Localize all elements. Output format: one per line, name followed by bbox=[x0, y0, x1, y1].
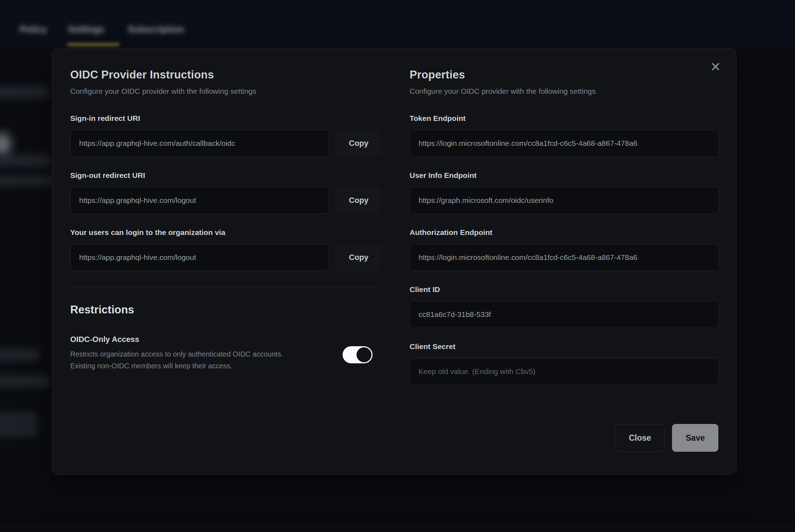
copy-sign-out-uri-button[interactable]: Copy bbox=[335, 187, 382, 214]
sign-in-redirect-uri-label: Sign-in redirect URI bbox=[70, 113, 382, 123]
sign-out-redirect-uri-label: Sign-out redirect URI bbox=[70, 170, 382, 180]
token-endpoint-input[interactable] bbox=[410, 130, 719, 157]
oidc-only-access-description: Restricts organization access to only au… bbox=[70, 348, 332, 372]
oidc-only-access-row: OIDC-Only Access Restricts organization … bbox=[70, 335, 382, 372]
client-id-input[interactable] bbox=[410, 301, 719, 328]
client-id-label: Client ID bbox=[410, 285, 719, 295]
user-info-endpoint-label: User Info Endpoint bbox=[410, 170, 719, 180]
tab-settings[interactable]: Settings bbox=[68, 21, 104, 38]
instructions-column: OIDC Provider Instructions Configure you… bbox=[70, 68, 382, 372]
close-button[interactable]: Close bbox=[615, 424, 665, 452]
restrictions-divider bbox=[70, 287, 382, 288]
save-button[interactable]: Save bbox=[672, 424, 718, 452]
copy-sign-in-uri-button[interactable]: Copy bbox=[335, 130, 382, 157]
instructions-subtitle: Configure your OIDC provider with the fo… bbox=[70, 87, 382, 96]
authorization-endpoint-input[interactable] bbox=[410, 244, 719, 271]
properties-column: Properties Configure your OIDC provider … bbox=[410, 68, 719, 385]
blurred-background-text bbox=[0, 375, 50, 387]
page-header-strip bbox=[0, 0, 795, 47]
toggle-knob bbox=[357, 347, 371, 362]
blurred-background-text bbox=[0, 86, 50, 98]
blurred-background-text bbox=[0, 349, 39, 361]
description-line-1: Restricts organization access to only au… bbox=[70, 348, 332, 360]
client-secret-input[interactable] bbox=[410, 358, 719, 385]
oidc-only-access-label: OIDC-Only Access bbox=[70, 335, 332, 344]
organization-login-uri-label: Your users can login to the organization… bbox=[70, 227, 382, 237]
sign-in-redirect-uri-input[interactable] bbox=[70, 130, 329, 157]
blurred-background-button bbox=[0, 412, 37, 437]
screen: Policy Settings Subscription ✕ OIDC Prov… bbox=[0, 0, 795, 532]
blurred-background-text bbox=[0, 175, 55, 186]
column-divider bbox=[394, 56, 395, 468]
client-secret-label: Client Secret bbox=[410, 342, 719, 352]
page-bottom-band bbox=[0, 513, 795, 525]
copy-login-uri-button[interactable]: Copy bbox=[335, 244, 382, 271]
instructions-title: OIDC Provider Instructions bbox=[70, 68, 382, 81]
token-endpoint-label: Token Endpoint bbox=[410, 113, 719, 123]
description-line-2: Existing non-OIDC members will keep thei… bbox=[70, 360, 332, 372]
properties-subtitle: Configure your OIDC provider with the fo… bbox=[410, 87, 719, 96]
authorization-endpoint-label: Authorization Endpoint bbox=[410, 227, 719, 237]
tab-subscription[interactable]: Subscription bbox=[128, 21, 184, 38]
oidc-only-access-toggle[interactable] bbox=[343, 346, 373, 363]
blurred-background-text bbox=[0, 154, 52, 167]
blurred-background-glow bbox=[0, 133, 11, 155]
sign-out-redirect-uri-input[interactable] bbox=[70, 187, 329, 214]
active-tab-underline bbox=[67, 43, 120, 46]
dialog-actions: Close Save bbox=[615, 424, 718, 452]
tab-policy[interactable]: Policy bbox=[20, 21, 47, 38]
organization-login-uri-input[interactable] bbox=[70, 244, 329, 271]
properties-title: Properties bbox=[410, 68, 719, 81]
restrictions-title: Restrictions bbox=[70, 303, 382, 316]
oidc-settings-dialog: ✕ OIDC Provider Instructions Configure y… bbox=[52, 48, 737, 475]
user-info-endpoint-input[interactable] bbox=[410, 187, 719, 214]
